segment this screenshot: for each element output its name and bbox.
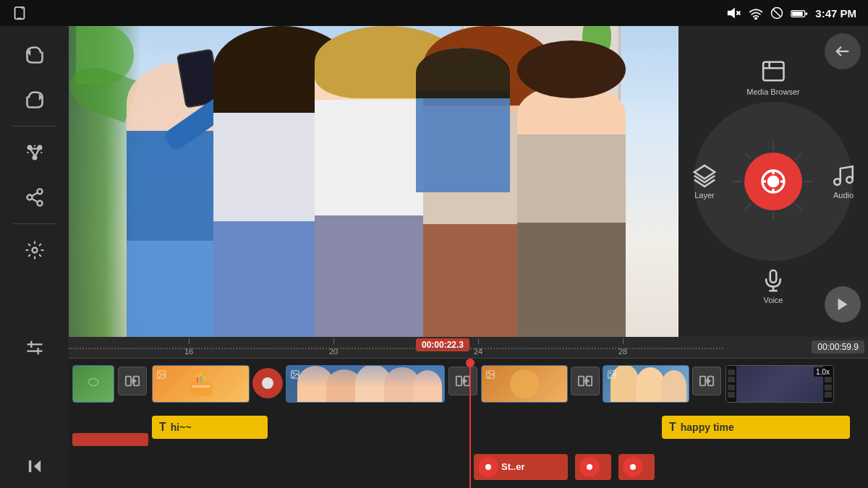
svg-point-82 (610, 372, 611, 374)
svg-rect-83 (700, 377, 705, 386)
svg-point-66 (203, 376, 206, 379)
clip-nature[interactable] (72, 365, 114, 403)
svg-point-21 (27, 195, 32, 200)
svg-line-15 (30, 149, 35, 156)
svg-line-16 (35, 149, 38, 156)
status-time: 3:47 PM (815, 7, 856, 20)
svg-line-24 (32, 193, 38, 197)
svg-rect-77 (579, 377, 584, 386)
svg-line-23 (32, 199, 38, 202)
video-track: 1.0x (69, 362, 868, 405)
sticker-clip-2[interactable] (575, 454, 611, 480)
preview-image (69, 26, 678, 337)
audio-label: Audio (833, 191, 854, 200)
effect-track: St..er (69, 445, 868, 488)
svg-rect-59 (190, 382, 212, 395)
settings-button[interactable] (9, 228, 60, 272)
svg-rect-10 (806, 12, 808, 14)
timeline: 16 20 24 28 00:00:22.3 00:00:59.9 (69, 337, 868, 488)
text-clip-happy[interactable]: T happy time (662, 416, 850, 439)
transition-4[interactable] (571, 367, 600, 395)
svg-point-64 (196, 374, 199, 377)
redo-button[interactable] (9, 78, 60, 121)
svg-marker-80 (586, 379, 589, 383)
svg-point-89 (630, 464, 636, 470)
transition-record[interactable] (252, 368, 283, 398)
mute-icon (727, 7, 741, 20)
svg-point-22 (37, 201, 42, 206)
audio-item[interactable]: Audio (831, 163, 856, 200)
svg-point-43 (834, 179, 841, 185)
svg-point-68 (159, 372, 161, 374)
svg-point-88 (587, 464, 592, 470)
svg-marker-86 (707, 379, 710, 383)
voice-item[interactable]: Voice (761, 268, 786, 304)
svg-point-12 (38, 146, 41, 150)
svg-point-25 (32, 248, 37, 253)
status-bar: 3:47 PM (0, 0, 868, 26)
svg-rect-71 (456, 377, 461, 386)
svg-rect-45 (770, 270, 777, 283)
timeline-tracks: 1.0x T hi~~ T happy time (69, 359, 868, 488)
media-browser-label: Media Browser (746, 87, 799, 96)
svg-rect-31 (28, 461, 31, 472)
clip-birthday[interactable] (152, 365, 250, 403)
preview-area (69, 26, 678, 337)
media-browser-item[interactable]: Media Browser (746, 59, 799, 96)
clip-beach[interactable] (481, 365, 568, 403)
svg-rect-55 (126, 377, 131, 386)
text-clip-hi[interactable]: T hi~~ (152, 416, 268, 439)
transition-5[interactable] (692, 367, 721, 395)
device-icon (12, 4, 27, 22)
battery-icon (791, 7, 808, 20)
timeline-ruler: 16 20 24 28 00:00:22.3 00:00:59.9 (69, 337, 868, 359)
total-time-badge: 00:00:59.9 (812, 341, 864, 354)
svg-point-87 (485, 464, 491, 470)
blocked-icon (770, 7, 783, 20)
playhead[interactable] (469, 359, 471, 488)
svg-rect-9 (792, 12, 803, 16)
svg-point-65 (200, 373, 203, 376)
transition-1[interactable] (118, 367, 147, 395)
svg-line-7 (773, 9, 781, 17)
voice-label: Voice (764, 296, 783, 304)
record-button[interactable] (744, 153, 802, 210)
svg-marker-48 (838, 299, 848, 311)
svg-point-5 (755, 17, 757, 20)
play-button[interactable] (825, 286, 861, 322)
clip-kids[interactable] (603, 365, 689, 403)
svg-point-20 (37, 189, 42, 194)
svg-rect-33 (763, 62, 783, 81)
radial-menu: Media Browser Layer (686, 51, 860, 312)
svg-point-70 (293, 372, 294, 374)
svg-marker-30 (33, 461, 40, 472)
layer-item[interactable]: Layer (692, 163, 717, 200)
right-panel: Media Browser Layer (678, 26, 868, 337)
clip-people[interactable] (286, 365, 445, 403)
undo-button[interactable] (9, 33, 60, 77)
svg-point-44 (846, 176, 853, 183)
svg-marker-2 (728, 8, 735, 19)
svg-marker-74 (464, 379, 467, 383)
sticker-clip-3[interactable] (618, 454, 655, 480)
share-button[interactable] (9, 176, 60, 219)
svg-point-76 (488, 372, 490, 374)
timeline-adjust-button[interactable] (9, 326, 60, 369)
red-bar-1 (72, 433, 148, 446)
wifi-icon (749, 7, 763, 20)
text-track-1: T hi~~ T happy time (69, 406, 868, 448)
svg-point-11 (27, 146, 31, 150)
layer-label: Layer (694, 191, 715, 200)
speed-badge: 1.0x (814, 367, 832, 377)
svg-marker-58 (133, 379, 136, 383)
sticker-clip-1[interactable]: St..er (474, 454, 568, 480)
effects-button[interactable] (9, 131, 60, 174)
clip-film[interactable]: 1.0x (726, 365, 834, 403)
svg-point-38 (768, 176, 778, 186)
left-sidebar (0, 26, 69, 488)
transition-3[interactable] (448, 367, 477, 395)
svg-rect-60 (192, 385, 210, 388)
go-to-start-button[interactable] (9, 445, 60, 488)
